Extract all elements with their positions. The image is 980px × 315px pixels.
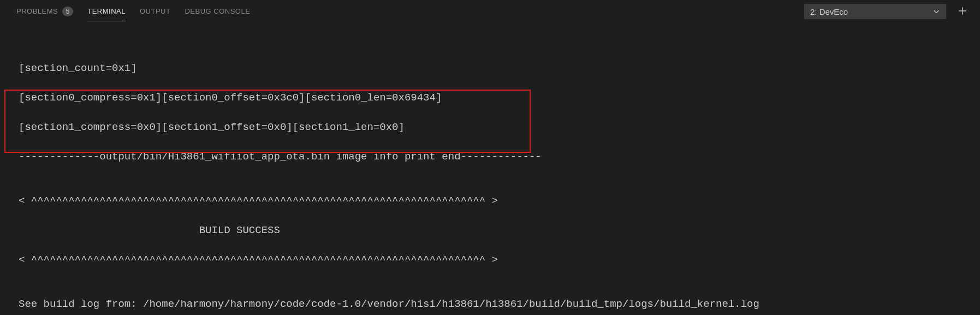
terminal-line: < ^^^^^^^^^^^^^^^^^^^^^^^^^^^^^^^^^^^^^^… xyxy=(19,194,980,209)
tab-debug-console-label: DEBUG CONSOLE xyxy=(185,7,250,15)
tab-problems[interactable]: PROBLEMS 5 xyxy=(16,1,73,22)
terminal-line: [section0_compress=0x1][section0_offset=… xyxy=(19,91,980,105)
plus-icon xyxy=(958,6,967,17)
new-terminal-button[interactable] xyxy=(956,5,969,18)
terminal-selector-value: 2: DevEco xyxy=(810,7,848,16)
tab-terminal[interactable]: TERMINAL xyxy=(87,2,126,21)
problems-badge: 5 xyxy=(62,7,73,16)
terminal-line: BUILD SUCCESS xyxy=(19,223,980,238)
terminal-line: [section_count=0x1] xyxy=(19,61,980,76)
tab-output-label: OUTPUT xyxy=(140,7,170,15)
terminal-output[interactable]: [section_count=0x1] [section0_compress=0… xyxy=(0,23,980,315)
terminal-line: See build log from: /home/harmony/harmon… xyxy=(19,297,980,312)
tab-debug-console[interactable]: DEBUG CONSOLE xyxy=(185,2,250,21)
panel-right-actions: 2: DevEco xyxy=(804,4,969,19)
terminal-line: [section1_compress=0x0][section1_offset=… xyxy=(19,120,980,135)
terminal-line: < ^^^^^^^^^^^^^^^^^^^^^^^^^^^^^^^^^^^^^^… xyxy=(19,253,980,268)
tab-terminal-label: TERMINAL xyxy=(87,7,126,15)
tab-problems-label: PROBLEMS xyxy=(16,7,58,15)
panel-header: PROBLEMS 5 TERMINAL OUTPUT DEBUG CONSOLE… xyxy=(0,0,980,23)
terminal-selector-dropdown[interactable]: 2: DevEco xyxy=(804,4,946,19)
tab-output[interactable]: OUTPUT xyxy=(140,2,170,21)
chevron-down-icon xyxy=(933,8,940,15)
panel-tabs: PROBLEMS 5 TERMINAL OUTPUT DEBUG CONSOLE xyxy=(16,1,804,22)
terminal-line: -------------output/bin/Hi3861_wifiiot_a… xyxy=(19,150,980,164)
